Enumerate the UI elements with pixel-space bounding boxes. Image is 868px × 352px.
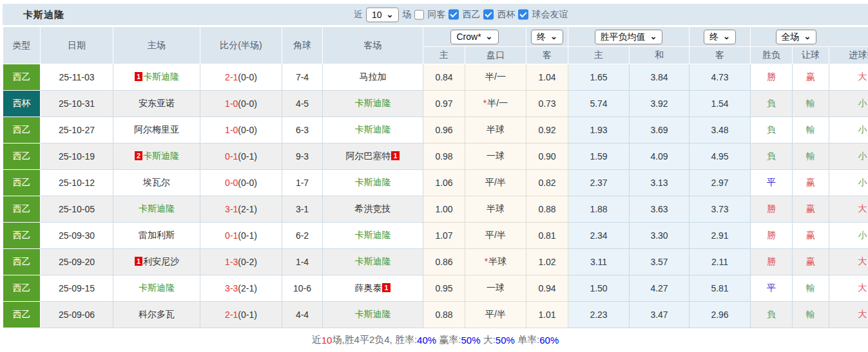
same-opponent-checkbox[interactable] <box>414 10 424 19</box>
match-row: 西杯25-10-31安东亚诺1-0(0-0)4-5卡斯迪隆0.97*半/一0.7… <box>3 91 868 117</box>
team-name-link[interactable]: 卡斯迪隆 <box>355 256 391 266</box>
recent-count-select[interactable]: 10 ⌄ <box>366 7 399 22</box>
odds-time-select-1[interactable]: 终 ⌄ <box>531 30 563 44</box>
team-name-link[interactable]: 阿尔巴塞特 <box>345 151 391 161</box>
team-name-link[interactable]: 阿尔梅里亚 <box>134 124 179 134</box>
rank-badge: 1 <box>382 283 390 292</box>
team-name-link[interactable]: 卡斯迪隆 <box>139 203 175 214</box>
halftime-score: (2-1) <box>238 283 257 293</box>
league-type-badge: 西杯 <box>3 91 41 117</box>
team-name-link[interactable]: 卡斯迪隆 <box>355 177 391 187</box>
odds-time-header-2: 终 ⌄ <box>690 27 751 47</box>
asian-home-odds: 0.88 <box>423 302 465 328</box>
sub-header-avg-home: 主 <box>568 47 630 64</box>
avg-home-odds: 3.11 <box>568 249 630 275</box>
team-name-link[interactable]: 埃瓦尔 <box>143 177 170 187</box>
avg-draw-odds: 4.09 <box>630 144 690 170</box>
corner-cell: 4-5 <box>282 91 323 117</box>
team-name-link[interactable]: 卡斯迪隆 <box>355 98 391 108</box>
result-handicap-cell: 赢 <box>793 249 829 275</box>
away-team-cell: 希洪竞技 <box>323 196 423 223</box>
team-name-link[interactable]: 卡斯迪隆 <box>355 230 391 240</box>
asian-home-odds: 0.86 <box>423 249 465 275</box>
result-outcome-cell: 負 <box>751 302 793 328</box>
asian-away-odds: 0.90 <box>526 144 568 170</box>
chevron-down-icon: ⌄ <box>550 33 557 40</box>
result-outcome-cell: 負 <box>751 91 793 117</box>
sub-header-asian-away: 客 <box>526 47 568 64</box>
avg-draw-odds: 3.84 <box>630 64 690 91</box>
fulltime-score: 3-1 <box>225 204 238 214</box>
asian-away-odds: 1.02 <box>526 249 568 275</box>
fulltime-score: 1-0 <box>225 125 238 135</box>
match-date: 25-10-19 <box>41 144 113 170</box>
avg-away-odds: 3.73 <box>690 196 751 223</box>
team-name-link[interactable]: 科尔多瓦 <box>139 309 175 319</box>
team-name-link[interactable]: 薛奥泰 <box>354 283 381 293</box>
home-team-cell: 卡斯迪隆 <box>113 196 200 223</box>
avg-odds-select[interactable]: 胜平负均值 ⌄ <box>595 30 663 44</box>
league-type-badge: 西乙 <box>3 64 41 91</box>
col-header-date: 日期 <box>41 27 113 64</box>
team-name-link[interactable]: 利安尼沙 <box>143 256 179 266</box>
asian-away-odds: 0.82 <box>526 170 568 196</box>
halftime-score: (0-2) <box>238 257 257 267</box>
result-handicap-cell: 輸 <box>793 302 829 328</box>
sub-header-handicap-result: 让球 <box>793 47 829 64</box>
league-filter-checkbox-friendly[interactable] <box>518 10 528 20</box>
team-name-link[interactable]: 希洪竞技 <box>355 203 391 214</box>
team-name-link[interactable]: 卡斯迪隆 <box>355 124 391 134</box>
match-row: 西乙25-11-031卡斯迪隆2-1(0-0)7-4马拉加0.84半/一1.04… <box>3 64 868 91</box>
result-handicap-cell: 輸 <box>793 275 829 302</box>
halftime-score: (2-1) <box>238 204 257 214</box>
team-name-link[interactable]: 马拉加 <box>360 71 387 82</box>
away-team-cell: 薛奥泰1 <box>323 275 423 302</box>
changed-handicap-star: * <box>483 98 487 108</box>
match-table: 类型 日期 主场 比分(半场) 角球 客场 Crow* ⌄ <box>3 26 868 328</box>
corner-cell: 4-4 <box>282 302 323 328</box>
corner-cell: 6-3 <box>282 117 323 144</box>
away-team-cell: 卡斯迪隆 <box>323 117 423 144</box>
asian-home-odds: 1.06 <box>423 170 465 196</box>
avg-away-odds: 2.11 <box>690 249 751 275</box>
avg-away-odds: 2.97 <box>690 170 751 196</box>
col-header-corner: 角球 <box>282 27 323 64</box>
league-filter-checkbox-laliga2[interactable] <box>448 10 459 20</box>
odds-time-select-2[interactable]: 终 ⌄ <box>704 30 736 44</box>
home-team-cell: 安东亚诺 <box>113 91 200 117</box>
avg-home-odds: 1.88 <box>568 196 630 223</box>
fulltime-score: 0-1 <box>225 151 238 162</box>
result-handicap-cell: 赢 <box>793 223 829 249</box>
changed-handicap-star: * <box>485 256 488 266</box>
team-name-link[interactable]: 卡斯迪隆 <box>355 309 391 319</box>
team-name-link[interactable]: 卡斯迪隆 <box>143 71 179 82</box>
away-team-cell: 卡斯迪隆 <box>323 223 423 249</box>
summary-segment: 近 <box>312 334 322 346</box>
league-filter-label-laliga2: 西乙 <box>462 9 480 21</box>
corner-cell: 3-1 <box>282 196 323 223</box>
match-row: 西乙25-10-05卡斯迪隆3-1(2-1)3-1希洪竞技1.00半球0.881… <box>3 196 868 223</box>
team-name-link[interactable]: 安东亚诺 <box>139 98 175 108</box>
fulltime-score: 3-3 <box>225 283 238 293</box>
result-outcome-cell: 負 <box>751 144 793 170</box>
team-name-link[interactable]: 卡斯迪隆 <box>143 151 179 161</box>
avg-home-odds: 2.23 <box>568 302 630 328</box>
sub-header-handicap: 盘口 <box>465 47 526 64</box>
summary-segment: 50% <box>461 335 480 346</box>
match-date: 25-10-05 <box>41 196 113 223</box>
chevron-down-icon: ⌄ <box>486 33 493 40</box>
league-filter-checkbox-copa[interactable] <box>483 10 494 20</box>
team-name-link[interactable]: 卡斯迪隆 <box>139 283 175 293</box>
avg-home-odds: 5.74 <box>568 91 630 117</box>
team-name-link[interactable]: 雷加利斯 <box>139 230 175 240</box>
period-select[interactable]: 全场 ⌄ <box>776 30 817 44</box>
avg-draw-odds: 3.63 <box>630 196 690 223</box>
score-cell: 1-0(0-0) <box>200 117 282 144</box>
halftime-score: (0-1) <box>238 151 257 162</box>
halftime-score: (0-0) <box>238 98 257 109</box>
summary-segment: 大: <box>481 334 496 346</box>
league-type-badge: 西乙 <box>3 117 41 144</box>
odds-company-select[interactable]: Crow* ⌄ <box>450 30 498 44</box>
asian-handicap: 半球 <box>465 196 526 223</box>
match-row: 西乙25-09-06科尔多瓦2-1(0-1)4-4卡斯迪隆0.88平/半1.01… <box>3 302 868 328</box>
